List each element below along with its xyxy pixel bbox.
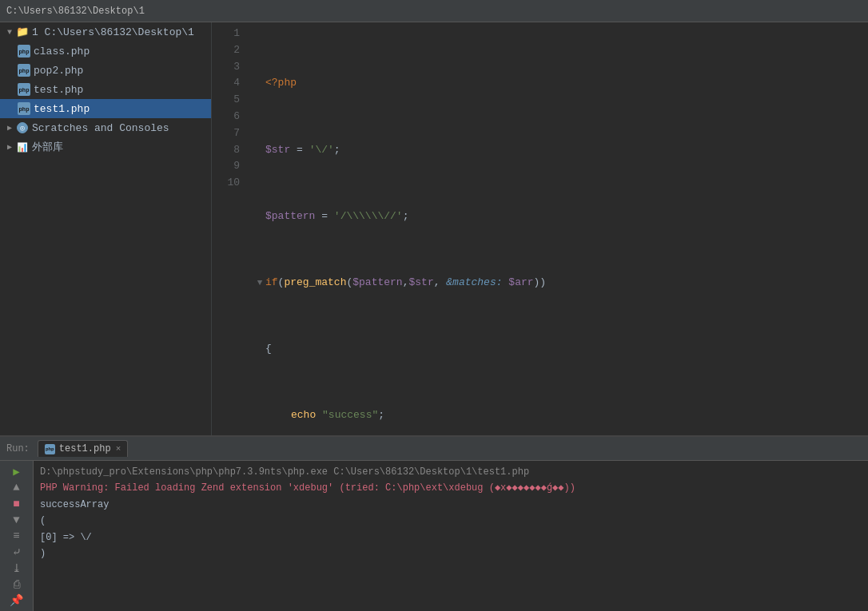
run-print-button[interactable]: ⎙ bbox=[6, 577, 28, 592]
output-line-5: ) bbox=[40, 546, 862, 561]
run-pin-button[interactable]: 📌 bbox=[6, 593, 28, 608]
folder-icon: 📁 bbox=[16, 26, 29, 38]
scratches-icon: ◎ bbox=[16, 121, 29, 134]
top-bar: C:\Users\86132\Desktop\1 bbox=[0, 0, 868, 22]
file-label-selected: test1.php bbox=[34, 103, 90, 115]
code-line-4: ▼ if(preg_match($pattern,$str, &matches:… bbox=[254, 275, 868, 292]
sidebar-item-extlib[interactable]: ▶ 📊 外部库 bbox=[0, 137, 211, 157]
run-play-button[interactable]: ▶ bbox=[6, 464, 28, 478]
file-label: pop2.php bbox=[34, 65, 83, 77]
fold-6 bbox=[254, 409, 265, 423]
window-title: C:\Users\86132\Desktop\1 bbox=[6, 6, 145, 17]
line-num-2: 2 bbox=[212, 42, 240, 59]
output-line-2: successArray bbox=[40, 497, 862, 513]
file-label: class.php bbox=[34, 46, 90, 58]
fold-1 bbox=[254, 77, 265, 91]
fold-4[interactable]: ▼ bbox=[254, 276, 265, 291]
run-tab-label: test1.php bbox=[59, 443, 111, 454]
fold-2 bbox=[254, 143, 265, 157]
bottom-panel: Run: php test1.php × ▶ ▲ ■ ▼ ≡ ⤶ ⤓ ⎙ 📌 D… bbox=[0, 435, 868, 611]
sidebar: ▼ 📁 1 C:\Users\86132\Desktop\1 php class… bbox=[0, 22, 212, 435]
run-panel-body: ▶ ▲ ■ ▼ ≡ ⤶ ⤓ ⎙ 📌 D:\phpstudy_pro\Extens… bbox=[0, 461, 868, 611]
line-num-4: 4 bbox=[212, 75, 240, 92]
run-tab-close[interactable]: × bbox=[116, 444, 121, 454]
scratches-label: Scratches and Consoles bbox=[32, 122, 169, 134]
php-file-icon: php bbox=[18, 83, 30, 96]
output-line-3: ( bbox=[40, 513, 862, 529]
code-line-2: $str = '\/'; bbox=[254, 142, 868, 159]
output-line-1: PHP Warning: Failed loading Zend extensi… bbox=[40, 480, 862, 496]
run-filter-button[interactable]: ≡ bbox=[6, 529, 28, 543]
line-num-10: 10 bbox=[212, 175, 240, 192]
line-num-5: 5 bbox=[212, 92, 240, 109]
run-down-button[interactable]: ▼ bbox=[6, 513, 28, 527]
line-num-6: 6 bbox=[212, 109, 240, 125]
main-area: ▼ 📁 1 C:\Users\86132\Desktop\1 php class… bbox=[0, 22, 868, 435]
root-arrow: ▼ bbox=[5, 28, 14, 37]
line-num-1: 1 bbox=[212, 26, 240, 42]
output-line-4: [0] => \/ bbox=[40, 530, 862, 546]
code-editor[interactable]: 1 2 3 4 5 6 7 8 9 10 <?php $str = bbox=[212, 22, 868, 435]
php-file-icon: php bbox=[18, 64, 30, 77]
editor-area: 1 2 3 4 5 6 7 8 9 10 <?php $str = bbox=[212, 22, 868, 435]
code-line-6: echo "success"; bbox=[254, 407, 868, 424]
run-toolbar: ▶ ▲ ■ ▼ ≡ ⤶ ⤓ ⎙ 📌 bbox=[0, 461, 34, 611]
line-num-9: 9 bbox=[212, 158, 240, 175]
run-label: Run: bbox=[6, 443, 30, 454]
scratches-arrow: ▶ bbox=[5, 123, 14, 133]
root-label: 1 C:\Users\86132\Desktop\1 bbox=[32, 26, 194, 38]
code-line-1: <?php bbox=[254, 75, 868, 92]
run-wrap-button[interactable]: ⤶ bbox=[6, 545, 28, 559]
run-tab-bar: Run: php test1.php × bbox=[0, 437, 868, 461]
extlib-label: 外部库 bbox=[32, 140, 63, 154]
extlib-arrow: ▶ bbox=[5, 142, 14, 152]
sidebar-item-class-php[interactable]: php class.php bbox=[0, 42, 211, 61]
sidebar-root[interactable]: ▼ 📁 1 C:\Users\86132\Desktop\1 bbox=[0, 22, 211, 42]
code-content[interactable]: <?php $str = '\/'; $pattern = '/\\\\\\//… bbox=[248, 26, 868, 432]
line-num-7: 7 bbox=[212, 125, 240, 142]
php-file-icon: php bbox=[18, 45, 30, 58]
sidebar-item-test1-php[interactable]: php test1.php bbox=[0, 99, 211, 118]
run-up-button[interactable]: ▲ bbox=[6, 480, 28, 494]
fold-3 bbox=[254, 209, 265, 224]
run-tab[interactable]: php test1.php × bbox=[38, 440, 128, 457]
fold-5 bbox=[254, 343, 265, 357]
run-tab-php-icon: php bbox=[45, 444, 55, 454]
output-line-0: D:\phpstudy_pro\Extensions\php\php7.3.9n… bbox=[40, 464, 862, 480]
run-scroll-end-button[interactable]: ⤓ bbox=[6, 561, 28, 575]
line-numbers: 1 2 3 4 5 6 7 8 9 10 bbox=[212, 26, 248, 432]
file-label: test.php bbox=[34, 84, 83, 96]
extlib-icon: 📊 bbox=[16, 141, 29, 153]
code-line-5: { bbox=[254, 341, 868, 358]
run-output: D:\phpstudy_pro\Extensions\php\php7.3.9n… bbox=[34, 461, 868, 611]
code-line-3: $pattern = '/\\\\\\//'; bbox=[254, 208, 868, 225]
line-num-8: 8 bbox=[212, 142, 240, 159]
sidebar-item-pop2-php[interactable]: php pop2.php bbox=[0, 61, 211, 80]
sidebar-item-scratches[interactable]: ▶ ◎ Scratches and Consoles bbox=[0, 118, 211, 137]
php-file-icon-selected: php bbox=[18, 102, 30, 115]
sidebar-item-test-php[interactable]: php test.php bbox=[0, 80, 211, 99]
run-stop-button[interactable]: ■ bbox=[6, 496, 28, 510]
line-num-3: 3 bbox=[212, 59, 240, 76]
